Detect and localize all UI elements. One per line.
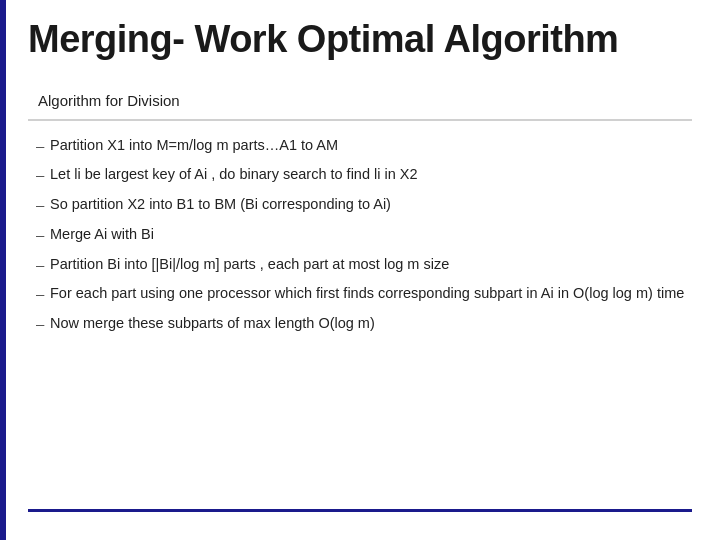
bullet-dash: – [28,283,50,305]
list-item: –Partition Bi into [|Bi|/log m] parts , … [28,254,692,276]
slide-header: Merging- Work Optimal Algorithm [0,0,720,80]
bullet-text: Partition Bi into [|Bi|/log m] parts , e… [50,254,692,275]
left-accent-border [0,0,6,540]
bullet-dash: – [28,135,50,157]
bullet-list: –Partition X1 into M=m/log m parts…A1 to… [28,135,692,335]
list-item: –Partition X1 into M=m/log m parts…A1 to… [28,135,692,157]
bullet-text: Now merge these subparts of max length O… [50,313,692,334]
slide: Merging- Work Optimal Algorithm Algorith… [0,0,720,540]
list-item: –Let li be largest key of Ai , do binary… [28,164,692,186]
section-divider [28,119,692,121]
bullet-text: Partition X1 into M=m/log m parts…A1 to … [50,135,692,156]
slide-title: Merging- Work Optimal Algorithm [28,18,692,62]
bullet-dash: – [28,194,50,216]
bullet-text: Let li be largest key of Ai , do binary … [50,164,692,185]
bullet-dash: – [28,254,50,276]
list-item: –For each part using one processor which… [28,283,692,305]
bullet-dash: – [28,224,50,246]
slide-content: Algorithm for Division –Partition X1 int… [0,80,720,383]
list-item: –Merge Ai with Bi [28,224,692,246]
bullet-dash: – [28,164,50,186]
bullet-text: So partition X2 into B1 to BM (Bi corres… [50,194,692,215]
bullet-text: Merge Ai with Bi [50,224,692,245]
bottom-accent-border [28,509,692,512]
list-item: –Now merge these subparts of max length … [28,313,692,335]
bullet-text: For each part using one processor which … [50,283,692,304]
section-title: Algorithm for Division [38,92,692,109]
bullet-dash: – [28,313,50,335]
list-item: –So partition X2 into B1 to BM (Bi corre… [28,194,692,216]
